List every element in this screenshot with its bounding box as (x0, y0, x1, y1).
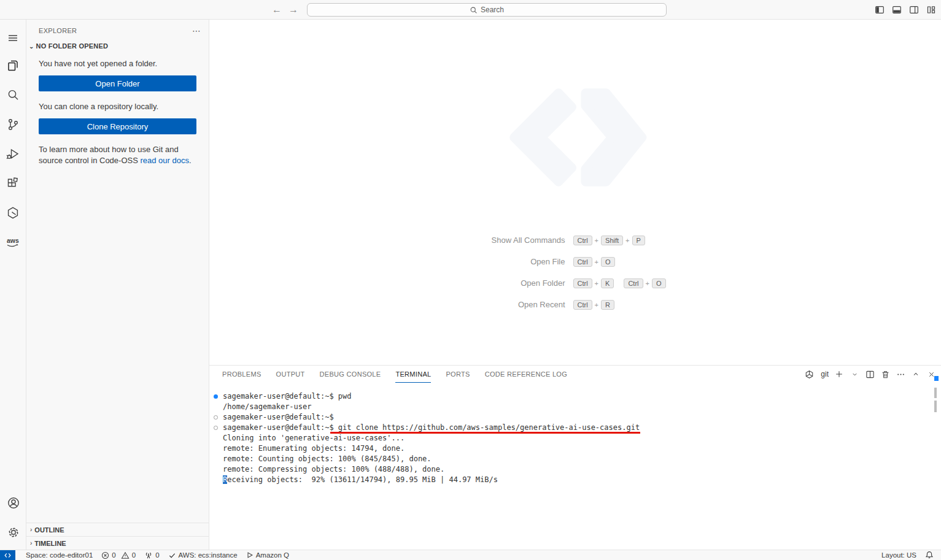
status-bar: Space: code-editor01 0 0 0 AWS: ecs:inst… (0, 550, 941, 560)
kill-terminal-trash-icon[interactable] (880, 369, 890, 379)
toggle-primary-sidebar-icon[interactable] (875, 5, 885, 15)
terminal-text: eceiving objects: 92% (13611/14794), 89.… (227, 475, 498, 484)
split-terminal-icon[interactable] (865, 369, 875, 379)
outline-section[interactable]: › OUTLINE (26, 523, 209, 536)
sidebar-title: EXPLORER (39, 27, 77, 34)
terminal-line: sagemaker-user@default:~$ git clone http… (209, 423, 941, 433)
command-decoration-icon[interactable] (214, 415, 218, 420)
sidebar-item-aws-toolkit[interactable]: aws (0, 228, 26, 257)
sidebar-item-extensions[interactable] (0, 169, 26, 198)
welcome-page: Show All CommandsCtrl+Shift+POpen FileCt… (209, 20, 941, 365)
terminal-profile-icon (804, 369, 814, 379)
terminal-text: sagemaker-user@default:~$ pwd (223, 392, 352, 401)
toggle-secondary-sidebar-icon[interactable] (909, 5, 919, 15)
remote-indicator[interactable] (0, 550, 15, 560)
panel-tab-code-reference-log[interactable]: CODE REFERENCE LOG (485, 366, 567, 383)
search-input[interactable]: Search (307, 3, 667, 17)
nav-forward-button[interactable]: → (287, 3, 300, 17)
panel-tab-ports[interactable]: PORTS (446, 366, 470, 383)
panel-tab-debug-console[interactable]: DEBUG CONSOLE (320, 366, 381, 383)
menu-icon[interactable] (0, 25, 26, 51)
terminal-text: /home/sagemaker-user (223, 402, 312, 411)
clone-repository-button[interactable]: Clone Repository (39, 118, 196, 134)
amazon-q-status-item[interactable]: Amazon Q (242, 550, 293, 560)
account-icon[interactable] (0, 488, 26, 518)
layout-status-item[interactable]: Layout: US (877, 551, 921, 559)
key-chip: Shift (601, 236, 623, 245)
command-decoration-icon[interactable] (214, 394, 218, 399)
shortcut-label: Show All Commands (449, 235, 565, 246)
chevron-down-icon: ⌄ (29, 43, 34, 49)
open-folder-button[interactable]: Open Folder (39, 75, 196, 91)
terminal-line: remote: Counting objects: 100% (845/845)… (209, 454, 941, 464)
shortcut-label: Open File (449, 256, 565, 267)
terminal-text: remote: Counting objects: 100% (845/845)… (223, 455, 432, 463)
key-chip: K (601, 278, 614, 288)
sidebar-more-actions-icon[interactable]: ⋯ (192, 26, 201, 36)
sidebar-item-amazon-q[interactable] (0, 198, 26, 228)
terminal-overview-ruler (932, 366, 941, 550)
panel-tab-output[interactable]: OUTPUT (276, 366, 305, 383)
settings-gear-icon[interactable] (0, 518, 26, 547)
panel-tabs: PROBLEMSOUTPUTDEBUG CONSOLETERMINALPORTS… (222, 366, 567, 383)
nav-back-button[interactable]: ← (270, 3, 284, 17)
ports-status-item[interactable]: 0 (140, 550, 163, 560)
terminal-dropdown-chevron-icon[interactable] (850, 369, 859, 379)
welcome-shortcuts: Show All CommandsCtrl+Shift+POpen FileCt… (209, 235, 941, 321)
activity-bar: aws (0, 20, 26, 550)
terminal-text: Cloning into 'generative-ai-use-cases'..… (223, 434, 405, 442)
maximize-panel-chevron-icon[interactable] (911, 369, 921, 379)
customize-layout-icon[interactable] (926, 5, 936, 15)
shortcut-row: Open RecentCtrl+R (209, 299, 941, 310)
panel-tab-problems[interactable]: PROBLEMS (222, 366, 261, 383)
search-placeholder: Search (481, 6, 504, 14)
terminal-profile-label[interactable]: git (821, 370, 829, 378)
key-chip: O (601, 257, 615, 267)
panel-more-actions-icon[interactable] (896, 369, 905, 379)
radio-tower-icon (144, 551, 153, 559)
terminal-line: Cloning into 'generative-ai-use-cases'..… (209, 433, 941, 443)
space-status-item[interactable]: Space: code-editor01 (21, 550, 97, 560)
error-icon (101, 551, 109, 559)
warning-icon (121, 551, 130, 559)
shortcut-label: Open Recent (449, 299, 565, 310)
terminal-text: sagemaker-user@default:~$ (223, 413, 334, 421)
terminal-line: remote: Compressing objects: 100% (488/4… (209, 464, 941, 475)
key-chip: O (652, 278, 666, 288)
terminal-text: sagemaker-user@default:~$ (223, 423, 338, 432)
shortcut-row: Show All CommandsCtrl+Shift+P (209, 235, 941, 246)
command-decoration-icon[interactable] (214, 426, 218, 430)
toggle-panel-icon[interactable] (892, 5, 902, 15)
aws-status-item[interactable]: AWS: ecs:instance (164, 550, 242, 560)
explorer-sidebar: EXPLORER ⋯ ⌄ NO FOLDER OPENED You have n… (26, 20, 209, 550)
chevron-right-icon: › (30, 526, 32, 533)
title-bar: ← → Search (0, 0, 941, 20)
chevron-right-icon: › (30, 540, 32, 547)
bottom-panel: PROBLEMSOUTPUTDEBUG CONSOLETERMINALPORTS… (209, 365, 941, 550)
sidebar-item-source-control[interactable] (0, 110, 26, 139)
sidebar-item-search[interactable] (0, 80, 26, 110)
read-our-docs-link[interactable]: read our docs (140, 156, 189, 165)
terminal-line: sagemaker-user@default:~$ (209, 412, 941, 423)
code-oss-watermark-logo (498, 83, 654, 192)
panel-tab-terminal[interactable]: TERMINAL (395, 366, 431, 383)
sidebar-item-run-debug[interactable] (0, 139, 26, 169)
terminal-line: remote: Enumerating objects: 14794, done… (209, 443, 941, 454)
notifications-bell-icon[interactable] (921, 551, 941, 559)
terminal-line: Receiving objects: 92% (13611/14794), 89… (209, 475, 941, 485)
timeline-section[interactable]: › TIMELINE (26, 536, 209, 550)
key-chip: Ctrl (573, 278, 592, 288)
shortcut-label: Open Folder (449, 278, 565, 289)
terminal-line: sagemaker-user@default:~$ pwd (209, 391, 941, 402)
docs-text: To learn more about how to use Git and s… (39, 144, 196, 166)
no-folder-text: You have not yet opened a folder. (39, 58, 196, 69)
new-terminal-icon[interactable] (834, 369, 844, 379)
sidebar-item-explorer[interactable] (0, 51, 26, 80)
key-chip: P (632, 236, 645, 245)
terminal-content[interactable]: sagemaker-user@default:~$ pwd/home/sagem… (209, 383, 941, 485)
terminal-text: remote: Enumerating objects: 14794, done… (223, 444, 405, 453)
key-chip: Ctrl (573, 257, 592, 267)
shortcut-row: Open FolderCtrl+KCtrl+O (209, 278, 941, 289)
section-no-folder-opened[interactable]: ⌄ NO FOLDER OPENED (26, 41, 209, 51)
problems-status-item[interactable]: 0 0 (97, 550, 140, 560)
